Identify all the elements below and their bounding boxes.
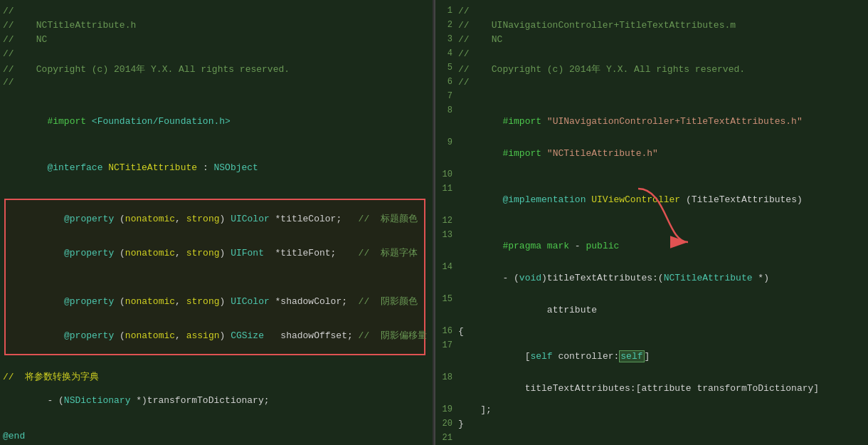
left-line-7 — [3, 91, 427, 105]
right-line-18: 18 titleTextAttributes:[attribute transf… — [438, 372, 862, 404]
right-line-19: 19 ]; — [438, 404, 862, 419]
right-line-3: 3 // NC — [438, 34, 862, 48]
left-line-9 — [3, 137, 427, 152]
right-pane: 1 // 2 // UINavigationController+TitleTe… — [435, 0, 868, 445]
left-pane: // // NCTitleAttribute.h // NC // // Cop… — [0, 0, 434, 445]
property-highlight-box: @property (nonatomic, strong) UIColor *t… — [4, 199, 425, 355]
left-line-2: // NCTitleAttribute.h — [3, 20, 427, 34]
right-line-17: 17 [self controller:self] — [438, 340, 862, 372]
left-line-11 — [3, 184, 427, 198]
right-line-21: 21 — [438, 433, 862, 445]
left-line-4: // — [3, 48, 427, 63]
left-property-2: @property (nonatomic, strong) UIFont *ti… — [9, 236, 421, 270]
right-line-8: 8 #import "UINavigationController+TitleT… — [438, 105, 862, 137]
left-code-area: // // NCTitleAttribute.h // NC // // Cop… — [0, 3, 433, 442]
right-line-12: 12 — [438, 216, 862, 230]
right-line-11: 11 @implementation UIViewController (Tit… — [438, 184, 862, 216]
right-line-1: 1 // — [438, 6, 862, 20]
right-line-20: 20 } — [438, 419, 862, 433]
left-line-blank2 — [3, 356, 427, 370]
right-line-10: 10 — [438, 169, 862, 184]
right-line-6: 6 // — [438, 77, 862, 91]
right-line-4: 4 // — [438, 48, 862, 63]
left-comment-dict: // 将参数转换为字典 — [3, 370, 427, 384]
left-property-blank — [9, 270, 421, 284]
left-line-8: #import <Foundation/Foundation.h> — [3, 105, 427, 137]
left-property-4: @property (nonatomic, assign) CGSize sha… — [9, 318, 421, 352]
left-method-line: - (NSDictionary *)transformToDictionary; — [3, 384, 427, 417]
right-line-16: 16 { — [438, 326, 862, 340]
left-line-5: // Copyright (c) 2014年 Y.X. All rights r… — [3, 63, 427, 77]
right-line-14: 14 - (void)titleTextAttributes:(NCTitleA… — [438, 262, 862, 294]
left-end: @end — [3, 431, 427, 445]
left-property-1: @property (nonatomic, strong) UIColor *t… — [9, 201, 421, 236]
left-property-3: @property (nonatomic, strong) UIColor *s… — [9, 284, 421, 318]
right-line-2: 2 // UINavigationController+TitleTextAtt… — [438, 20, 862, 34]
right-line-15: 15 attribute — [438, 294, 862, 326]
left-line-6: // — [3, 77, 427, 91]
right-line-5: 5 // Copyright (c) 2014年 Y.X. All rights… — [438, 63, 862, 77]
left-line-1: // — [3, 6, 427, 20]
right-line-13: 13 #pragma mark - public — [438, 230, 862, 262]
left-line-3: // NC — [3, 34, 427, 48]
left-line-10: @interface NCTitleAttribute : NSObject — [3, 152, 427, 184]
right-line-7: 7 — [438, 91, 862, 105]
right-code-area: 1 // 2 // UINavigationController+TitleTe… — [435, 3, 868, 442]
left-blank3 — [3, 417, 427, 431]
right-line-9: 9 #import "NCTitleAttribute.h" — [438, 137, 862, 169]
